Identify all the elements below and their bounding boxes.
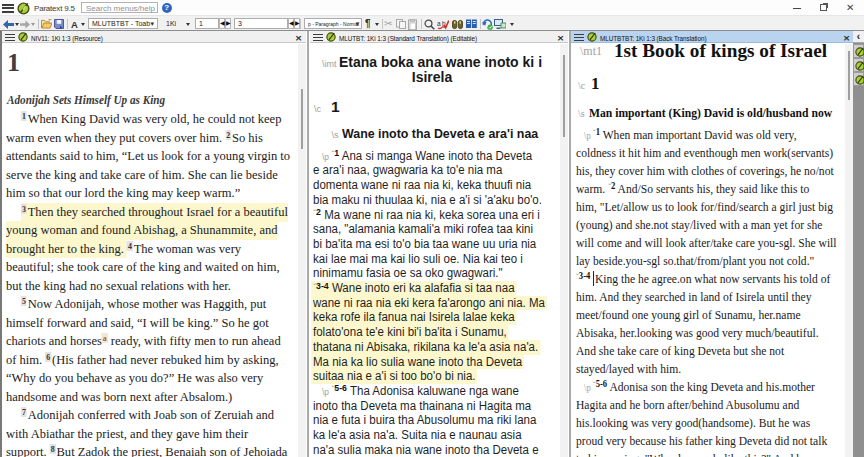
svg-text:a: a (437, 19, 441, 26)
